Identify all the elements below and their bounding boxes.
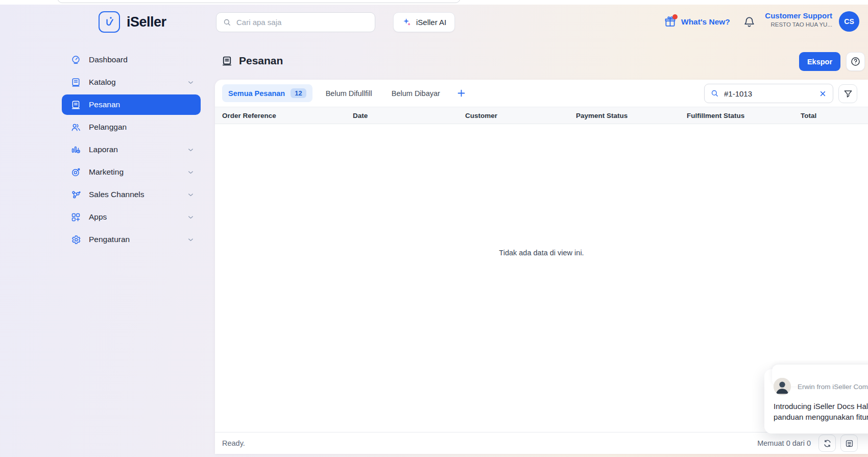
- search-icon: [223, 18, 232, 27]
- column-header-date: Date: [353, 107, 368, 124]
- column-header-customer: Customer: [465, 107, 497, 124]
- receipt-icon: [70, 100, 81, 110]
- page-title: Pesanan: [221, 55, 283, 67]
- chevron-down-icon: [187, 236, 195, 244]
- sidebar-item-label: Marketing: [89, 167, 124, 177]
- chat-message-line2: panduan menggunakan fitur i: [774, 412, 868, 422]
- whats-new-button[interactable]: What's New?: [664, 15, 730, 28]
- sidebar-item-label: Pengaturan: [89, 235, 130, 244]
- book-icon: [70, 77, 81, 88]
- help-icon: [850, 56, 861, 67]
- app-header: iSeller iSeller AI What's New?: [0, 5, 868, 40]
- chat-sender-name: Erwin from iSeller Comm: [798, 383, 868, 391]
- chevron-down-icon: [187, 169, 195, 176]
- page-title-text: Pesanan: [239, 55, 283, 67]
- brand: iSeller: [99, 11, 166, 33]
- chevron-down-icon: [187, 213, 195, 221]
- tab-belum-difullfill[interactable]: Belum Difullfill: [320, 85, 378, 102]
- activity-log-button[interactable]: [840, 435, 858, 452]
- apps-icon: [70, 212, 81, 223]
- gear-icon: [70, 234, 81, 245]
- page-header-row: Pesanan Ekspor: [0, 47, 868, 76]
- sidebar-item-pengaturan[interactable]: Pengaturan: [62, 229, 201, 250]
- sidebar-item-label: Sales Channels: [89, 190, 144, 199]
- sparkles-icon: [402, 17, 412, 27]
- browser-top-strip: [0, 0, 868, 5]
- iseller-ai-button[interactable]: iSeller AI: [393, 12, 455, 32]
- chat-header: Erwin from iSeller Comm: [774, 378, 868, 395]
- iseller-ai-label: iSeller AI: [416, 18, 446, 27]
- sidebar-item-apps[interactable]: Apps: [62, 207, 201, 227]
- column-header-fulfillment-status: Fulfillment Status: [687, 107, 744, 124]
- tab-label: Semua Pesanan: [228, 89, 285, 98]
- status-text: Ready.: [222, 439, 245, 447]
- account-store-name: RESTO TAO HUA YU...: [765, 21, 832, 28]
- orders-icon: [221, 55, 233, 67]
- chat-agent-avatar: [774, 378, 791, 395]
- brand-name: iSeller: [127, 14, 166, 30]
- tab-label: Belum Difullfill: [326, 89, 372, 98]
- global-search[interactable]: [216, 12, 375, 32]
- sidebar-item-pelanggan[interactable]: Pelanggan: [62, 117, 201, 137]
- iseller-logo-icon: [99, 11, 120, 33]
- status-bar: Ready. Memuat 0 dari 0: [215, 432, 868, 454]
- sidebar-item-label: Pelanggan: [89, 123, 127, 132]
- global-search-input[interactable]: [236, 18, 369, 27]
- refresh-button[interactable]: [818, 435, 836, 452]
- tab-belum-dibayar[interactable]: Belum Dibayar: [385, 85, 446, 102]
- tab-semua-pesanan[interactable]: Semua Pesanan12: [222, 84, 312, 102]
- add-view-button[interactable]: [454, 86, 469, 101]
- tab-label: Belum Dibayar: [392, 89, 440, 98]
- chevron-down-icon: [187, 79, 195, 86]
- column-header-total: Total: [801, 107, 816, 124]
- status-right-group: Memuat 0 dari 0: [757, 435, 858, 452]
- account-menu[interactable]: Customer Support RESTO TAO HUA YU...: [765, 11, 832, 28]
- people-icon: [70, 122, 81, 133]
- sidebar-item-label: Laporan: [89, 145, 118, 154]
- account-avatar[interactable]: CS: [839, 11, 859, 32]
- search-icon: [710, 89, 719, 98]
- app-background: iSeller iSeller AI What's New?: [0, 5, 868, 457]
- target-icon: [70, 167, 81, 178]
- whats-new-label: What's New?: [681, 17, 730, 27]
- sidebar-item-marketing[interactable]: Marketing: [62, 162, 201, 182]
- plus-icon: [456, 88, 466, 98]
- gift-icon: [664, 15, 677, 28]
- filter-button[interactable]: [838, 84, 857, 103]
- load-count-text: Memuat 0 dari 0: [757, 439, 811, 447]
- notes-icon: [845, 439, 854, 448]
- column-header-payment-status: Payment Status: [576, 107, 628, 124]
- sidebar-item-label: Katalog: [89, 78, 116, 87]
- account-title: Customer Support: [765, 11, 832, 20]
- sidebar-item-sales-channels[interactable]: Sales Channels: [62, 184, 201, 205]
- sidebar-item-laporan[interactable]: Laporan: [62, 139, 201, 160]
- browser-omnibox-edge: [57, 0, 461, 3]
- order-search-input[interactable]: [724, 89, 814, 98]
- chevron-down-icon: [187, 146, 195, 154]
- sidebar-nav: Dashboard Katalog Pesanan Pelanggan Lapo…: [62, 50, 201, 252]
- chart-icon: [70, 145, 81, 155]
- sidebar-item-label: Apps: [89, 212, 107, 222]
- chat-notification-card[interactable]: Erwin from iSeller Comm Introducing iSel…: [764, 369, 868, 434]
- chevron-down-icon: [187, 191, 195, 199]
- refresh-icon: [823, 439, 832, 448]
- empty-state-message: Tidak ada data di view ini.: [215, 249, 868, 257]
- export-button[interactable]: Ekspor: [799, 52, 840, 71]
- clear-search-icon[interactable]: [818, 89, 827, 98]
- sidebar-item-label: Pesanan: [89, 100, 120, 109]
- funnel-icon: [843, 89, 853, 99]
- tab-count-badge: 12: [291, 88, 306, 98]
- network-icon: [70, 189, 81, 200]
- order-search[interactable]: [704, 84, 833, 103]
- notifications-bell-icon[interactable]: [743, 15, 756, 29]
- notification-dot: [672, 14, 678, 19]
- chat-message-line1: Introducing iSeller Docs Halo: [774, 401, 868, 412]
- table-header-row: Order ReferenceDateCustomerPayment Statu…: [215, 107, 868, 124]
- help-button[interactable]: [846, 52, 865, 71]
- sidebar-item-pesanan[interactable]: Pesanan: [62, 94, 201, 115]
- column-header-order-reference: Order Reference: [222, 107, 276, 124]
